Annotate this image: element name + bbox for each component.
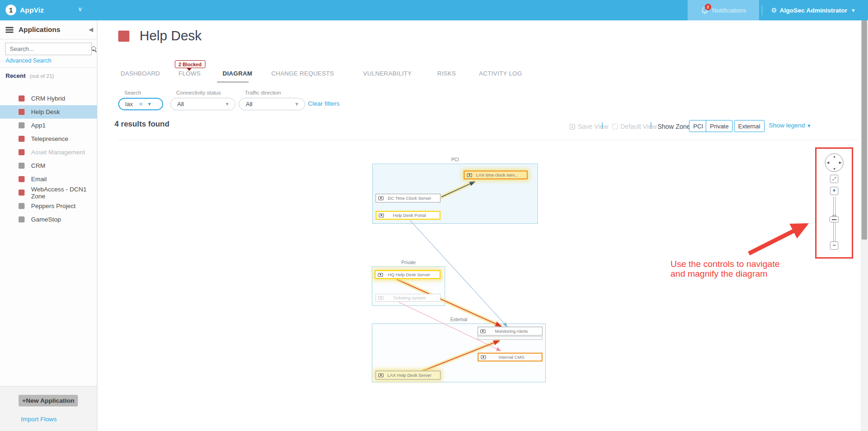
user-menu[interactable]: ⚙ AlgoSec Administrator ▼ (771, 0, 855, 20)
sidebar-divider (0, 67, 97, 68)
fit-to-screen-button[interactable]: ⤢ (830, 175, 838, 183)
topbar-divider (762, 5, 762, 15)
tab-change-requests[interactable]: CHANGE REQUESTS (271, 70, 334, 77)
pan-down-icon[interactable]: ▼ (833, 167, 836, 171)
chip-dropdown-caret-icon[interactable]: ▼ (147, 101, 152, 107)
clear-chip-icon[interactable]: × (139, 101, 143, 108)
node-internal-cms[interactable]: Internal CMS (478, 353, 542, 361)
dropdown-caret-icon: ▼ (225, 101, 230, 107)
node-lax-help-desk-server[interactable]: LAX Help Desk Server (376, 371, 440, 380)
page-scrollbar[interactable] (861, 20, 868, 431)
recent-header: Recent (out of 21) (6, 72, 54, 79)
connectivity-value: All (177, 101, 184, 108)
app-color-icon (19, 203, 25, 209)
brand-name: AppViz (20, 6, 44, 14)
server-icon (481, 355, 486, 359)
dropdown-caret-icon: ▼ (294, 101, 299, 107)
zone-private-label: Private (372, 260, 445, 265)
appviz-page: 1 AppViz ∨ 2 Notifications ⚙ AlgoSec Adm… (0, 0, 868, 431)
traffic-direction-dropdown[interactable]: All ▼ (239, 98, 305, 110)
recent-label: Recent (6, 72, 26, 79)
sidebar-item-asset-management[interactable]: Asset Management (0, 146, 97, 159)
sidebar-item-crm[interactable]: CRM (0, 159, 97, 172)
show-legend-link[interactable]: Show legend ▼ (769, 122, 811, 129)
search-filter-chip[interactable]: lax × ▼ (118, 98, 163, 110)
server-icon (378, 196, 383, 200)
notification-count-badge: 2 (705, 4, 711, 10)
sidebar-item-peppers-project[interactable]: Peppers Project (0, 199, 97, 213)
legend-caret-icon: ▼ (807, 123, 811, 128)
zone-button-external[interactable]: External (734, 120, 765, 132)
sidebar-title: Applications (19, 25, 60, 33)
tab-risks[interactable]: RISKS (437, 70, 456, 77)
app-color-icon (19, 190, 25, 196)
app-color-icon (19, 136, 25, 142)
zone-button-pci[interactable]: PCI (689, 120, 708, 132)
zoom-out-button[interactable]: − (830, 241, 838, 250)
advanced-search-link[interactable]: Advanced Search (6, 57, 51, 64)
menu-icon[interactable] (6, 27, 13, 33)
tab-flows[interactable]: FLOWS (179, 70, 201, 77)
sidebar-item-webaccess[interactable]: WebAccess - DCN1 Zone (0, 186, 97, 199)
node-monitoring-alerts[interactable]: Monitoring Alerts (478, 327, 542, 336)
node-dc-time-clock-server[interactable]: DC Time Clock Server (376, 194, 440, 203)
traffic-value: All (246, 101, 252, 108)
node-monitoring-alerts-stack (478, 336, 542, 340)
sidebar-item-crm-hybrid[interactable]: CRM Hybrid (0, 92, 97, 105)
app-logo[interactable]: 1 AppViz (6, 5, 44, 15)
application-color-icon (118, 31, 129, 42)
node-lax-time-clock-server[interactable]: LAX time clock serv... (464, 171, 528, 179)
zone-pci-label: PCI (373, 157, 537, 162)
user-chevron-down-icon: ▼ (851, 8, 855, 13)
flows-blocked-badge: 2 Blocked (175, 60, 205, 68)
sidebar-search-box[interactable]: ▾ (5, 43, 92, 55)
tab-diagram[interactable]: DIAGRAM (223, 70, 252, 77)
pan-control[interactable]: ▲ ▼ ◀ ▶ (825, 153, 843, 172)
node-help-desk-portal[interactable]: Help Desk Portal (376, 211, 440, 220)
pan-up-icon[interactable]: ▲ (833, 155, 836, 158)
zoom-slider-handle[interactable] (830, 216, 839, 222)
notifications-button[interactable]: 2 Notifications (688, 0, 759, 20)
pan-right-icon[interactable]: ▶ (839, 161, 842, 165)
sidebar-collapse-icon[interactable]: ◀ (89, 26, 93, 33)
server-icon (379, 214, 384, 217)
sidebar-item-help-desk[interactable]: Help Desk (0, 105, 97, 119)
section-divider (118, 140, 858, 140)
brand-chevron-down-icon[interactable]: ∨ (78, 6, 83, 13)
app-color-icon (19, 163, 25, 169)
zone-external-label: External (372, 317, 545, 322)
tab-activity-log[interactable]: ACTIVITY LOG (479, 70, 522, 77)
server-icon (467, 173, 472, 177)
server-icon (378, 374, 383, 377)
active-tab-underline (217, 81, 249, 83)
sidebar-item-gamestop[interactable]: GameStop (0, 213, 97, 226)
import-flows-link[interactable]: Import Flows (21, 416, 57, 423)
top-bar: 1 AppViz ∨ 2 Notifications ⚙ AlgoSec Adm… (0, 0, 868, 20)
clear-filters-link[interactable]: Clear filters (308, 100, 339, 107)
sidebar-item-telepresence[interactable]: Telepresence (0, 132, 97, 146)
filter-traffic-label: Traffic direction (245, 90, 281, 95)
node-hq-help-desk-server[interactable]: HQ Help Desk Server (375, 270, 440, 279)
node-ticketing-system[interactable]: Ticketing system (376, 294, 440, 302)
tab-dashboard[interactable]: DASHBOARD (121, 70, 160, 77)
sidebar-header: Applications ◀ (0, 20, 97, 39)
zoom-in-button[interactable]: + (830, 187, 838, 195)
gear-icon: ⚙ (771, 6, 777, 14)
app-color-icon (19, 122, 25, 128)
pan-left-icon[interactable]: ◀ (827, 161, 829, 165)
recent-applications-list: CRM Hybrid Help Desk App1 Telepresence A… (0, 92, 97, 226)
zone-button-private[interactable]: Private (706, 120, 733, 132)
connectivity-status-dropdown[interactable]: All ▼ (170, 98, 236, 110)
toolbar-divider: | (601, 121, 603, 129)
page-title: Help Desk (140, 28, 202, 44)
sidebar-search-input[interactable] (6, 45, 91, 52)
sidebar-item-app1[interactable]: App1 (0, 119, 97, 132)
new-application-button[interactable]: +New Application (19, 395, 78, 406)
scrollbar-thumb[interactable] (862, 20, 867, 240)
sidebar-footer: +New Application Import Flows (0, 386, 97, 431)
tab-vulnerability[interactable]: VULNERABILITY (363, 70, 412, 77)
app-color-icon (19, 109, 25, 115)
search-chip-value: lax (125, 101, 133, 108)
annotation-text: Use the controls to navigate and magnify… (670, 259, 780, 279)
sidebar-item-email[interactable]: Email (0, 172, 97, 186)
